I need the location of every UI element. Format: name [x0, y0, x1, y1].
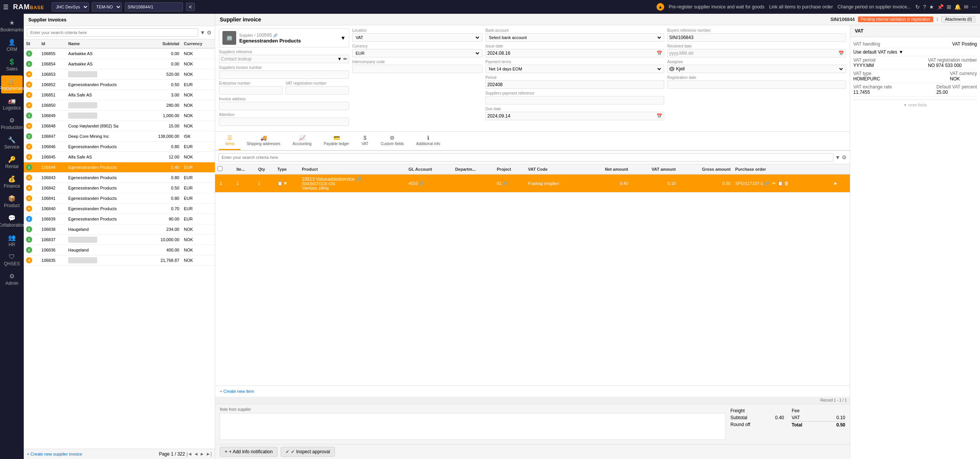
tab-items[interactable]: ☰ Items — [219, 132, 240, 150]
received-date-value[interactable]: yyyy.MM.dd 📅 — [667, 49, 846, 57]
assignee-value[interactable]: K Kjell — [667, 65, 846, 73]
refresh-icon[interactable]: ↻ — [915, 4, 920, 10]
item-edit-icon[interactable]: ✏ — [772, 181, 776, 186]
buyers-ref-value[interactable]: SIN/106843 — [667, 33, 846, 42]
registration-date-value[interactable] — [667, 80, 846, 89]
tab-vat[interactable]: $ VAT — [356, 132, 375, 150]
table-row[interactable]: 4 106835 ████████ 21,768.87 NOK — [24, 255, 215, 266]
sidebar-item-rental[interactable]: 🔑 Rental — [1, 154, 23, 172]
intercompany-value[interactable] — [352, 65, 482, 73]
sidebar-item-bookmarks[interactable]: ★ Bookmarks — [1, 17, 23, 35]
sidebar-item-production[interactable]: ⚙ Production — [1, 114, 23, 132]
sidebar-item-product[interactable]: 📦 Product — [1, 193, 23, 211]
filter-icon[interactable]: ▼ — [200, 29, 205, 36]
table-row[interactable]: 1 106836 Haugeland 400.00 NOK — [24, 245, 215, 255]
sidebar-item-crm[interactable]: 👤 CRM — [1, 36, 23, 54]
note-textarea[interactable] — [220, 413, 726, 440]
page-next-button[interactable]: ► — [200, 451, 204, 457]
assignee-select[interactable] — [685, 66, 844, 72]
alert-icon[interactable]: ▲ — [657, 3, 664, 11]
settings-icon[interactable]: ⚙ — [207, 29, 212, 36]
tab-shipping[interactable]: 🚚 Shipping addresses — [240, 132, 286, 150]
select-all-checkbox[interactable] — [217, 166, 222, 171]
environment-selector[interactable]: TEM-NO — [92, 2, 122, 11]
inspect-approval-button[interactable]: ✓ ✓ Inspect approval — [281, 447, 335, 457]
item-expand-button[interactable]: ► — [832, 180, 840, 187]
table-row[interactable]: 1 106855 Aarbakke AS 0.00 NOK — [24, 48, 215, 59]
issue-date-value[interactable]: 2024.08.16 📅 — [485, 49, 664, 57]
bank-account-value[interactable]: Select bank account — [485, 33, 664, 42]
sidebar-item-service[interactable]: 🔧 Service — [1, 134, 23, 152]
item-copy-icon[interactable]: 📋 — [777, 181, 783, 186]
sup-inv-num-value[interactable] — [219, 70, 349, 79]
items-search-input[interactable] — [218, 153, 833, 162]
menu-icon[interactable]: ☰ — [3, 3, 8, 11]
sidebar-item-hr[interactable]: 👥 HR — [1, 232, 23, 250]
sidebar-item-collaboration[interactable]: 💬 Collaboration — [1, 212, 23, 230]
sidebar-item-finance[interactable]: 💰 Finance — [1, 173, 23, 191]
more-icon[interactable]: ⋯ — [972, 4, 977, 10]
bell-icon[interactable]: 🔔 — [954, 4, 961, 10]
sidebar-item-sales[interactable]: 💲 Sales — [1, 56, 23, 74]
attention-value[interactable] — [219, 118, 349, 126]
vat-reg-value[interactable] — [286, 86, 349, 95]
table-row[interactable]: 4 106853 ████████ 520.00 NOK — [24, 69, 215, 80]
enterprise-number-value[interactable] — [219, 86, 283, 95]
calendar-icon[interactable]: 📅 — [657, 51, 662, 56]
due-date-value[interactable]: 2024.09.14 📅 — [485, 112, 664, 120]
location-value[interactable]: VAT — [352, 33, 482, 42]
table-row[interactable]: 4 106845 Alfa Safe AS 12.00 NOK — [24, 152, 215, 162]
tab-payable[interactable]: 💳 Payable ledger — [318, 132, 356, 150]
help-icon[interactable]: ? — [923, 4, 926, 10]
received-calendar-icon[interactable]: 📅 — [838, 51, 844, 56]
vat-handling-dropdown-icon[interactable]: ▼ — [899, 49, 903, 55]
page-first-button[interactable]: |◄ — [186, 451, 192, 457]
invoices-search-input[interactable] — [27, 28, 198, 37]
star-icon[interactable]: ★ — [929, 4, 934, 10]
table-row[interactable]: 4 106846 Egenesstranden Products 0.80 EU… — [24, 142, 215, 152]
table-row[interactable]: 1 1 1 📋▼ 10913 Valueaddedservice 🔗 — [215, 174, 850, 193]
mail-icon[interactable]: ✉ — [964, 4, 969, 10]
table-row[interactable]: 1 106854 Aarbakke AS 0.00 NOK — [24, 59, 215, 69]
table-row[interactable]: 1 106844 Egenesstranden Products 0.40 EU… — [24, 162, 215, 173]
table-row[interactable]: 1 106838 Haugeland 234.00 NOK — [24, 224, 215, 235]
supplier-expand-button[interactable]: ▼ — [340, 35, 346, 41]
table-row[interactable]: 4 106843 Egenesstranden Products 0.80 EU… — [24, 173, 215, 183]
payment-terms-value[interactable]: Net 14 days EOM — [485, 65, 664, 73]
bank-account-select[interactable]: Select bank account — [487, 35, 662, 40]
page-last-button[interactable]: ►| — [206, 451, 212, 457]
table-row[interactable]: 4 106851 Alfa Safe AS 3.00 NOK — [24, 90, 215, 100]
vat-handling-value[interactable]: Use default VAT rules ▼ — [853, 49, 903, 55]
table-row[interactable]: 4 106841 Egenesstranden Products 0.80 EU… — [24, 193, 215, 204]
sidebar-item-logistics[interactable]: 🚛 Logistics — [1, 95, 23, 113]
invoice-address-value[interactable] — [219, 102, 349, 110]
currency-select[interactable]: EUR — [354, 51, 480, 56]
page-prev-button[interactable]: ◄ — [194, 451, 198, 457]
tab-custom[interactable]: ⚙ Custom fields — [374, 132, 410, 150]
location-select[interactable]: VAT — [354, 35, 480, 40]
sidebar-item-admin[interactable]: ⚙ Admin — [1, 270, 23, 288]
due-date-calendar-icon[interactable]: 📅 — [657, 113, 662, 119]
table-row[interactable]: 4 106850 ████████ 280.00 NOK — [24, 100, 215, 111]
sidebar-item-qhses[interactable]: 🛡 QHSES — [1, 251, 23, 269]
add-notification-button[interactable]: + + Add info notification — [220, 447, 278, 457]
currency-value[interactable]: EUR — [352, 49, 482, 57]
change-period-link[interactable]: Change period on supplier invoice... — [838, 4, 911, 10]
company-selector[interactable]: JHC DevSys — [52, 2, 89, 11]
attachments-button[interactable]: Attachments (0) — [941, 16, 975, 23]
table-row[interactable]: 4 106848 Coop Høylandet (8902) Sa 15.00 … — [24, 121, 215, 131]
tab-accounting[interactable]: 📈 Accounting — [286, 132, 317, 150]
pin-icon[interactable]: 📌 — [937, 4, 944, 10]
ref-edit-icon[interactable]: ✏ — [343, 56, 347, 62]
table-row[interactable]: 1 106849 ████████ 1,000.00 NOK — [24, 111, 215, 121]
sidebar-item-procurement[interactable]: 🛒 Procurement — [1, 75, 23, 93]
table-row[interactable]: 1 106847 Deep Core Mining Inc 138,000.00… — [24, 131, 215, 142]
preregister-link[interactable]: Pre-register supplier invoice and wait f… — [669, 4, 764, 10]
table-row[interactable]: 4 106842 Egenesstranden Products 0.50 EU… — [24, 183, 215, 193]
table-row[interactable]: 2 106839 Egenesstranden Products 90.00 E… — [24, 214, 215, 224]
table-row[interactable]: 4 106840 Egenesstranden Products 0.70 EU… — [24, 204, 215, 214]
path-back-button[interactable]: < — [186, 3, 194, 11]
table-row[interactable]: 1 106837 ████████ 10,000.00 NOK — [24, 235, 215, 245]
vat-period-value[interactable]: YYYY.MM — [853, 63, 875, 68]
period-value[interactable]: 202408 — [485, 80, 664, 89]
